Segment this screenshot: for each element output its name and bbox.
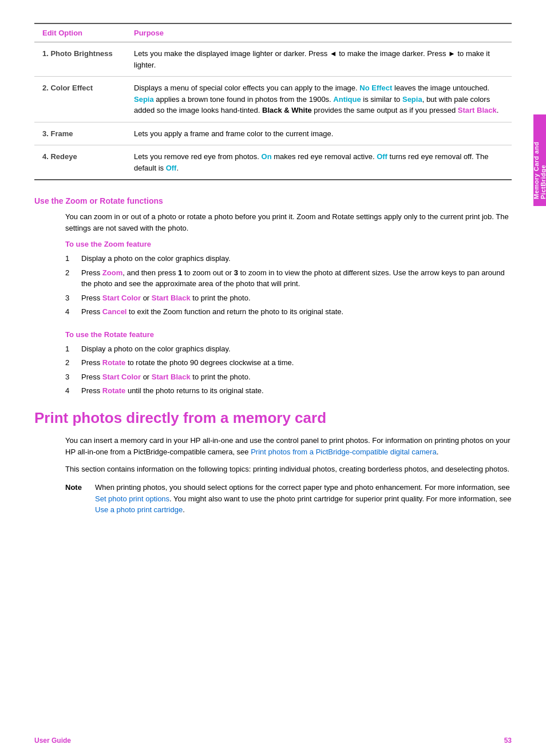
keyword-bw: Black & White <box>262 106 312 114</box>
print-photos-para2: This section contains information on the… <box>65 464 512 475</box>
col2-header: Purpose <box>126 23 512 42</box>
keyword-zoom: Zoom <box>102 268 122 277</box>
list-item: 1 Display a photo on the color graphics … <box>65 253 512 264</box>
keyword-antique: Antique <box>333 95 361 104</box>
option-purpose: Lets you make the displayed image lighte… <box>126 42 512 77</box>
keyword-rotate: Rotate <box>102 358 125 367</box>
list-item: 2 Press Rotate to rotate the photo 90 de… <box>65 357 512 369</box>
option-purpose: Lets you apply a frame and frame color t… <box>126 122 512 145</box>
option-label: 2. Color Effect <box>34 77 126 122</box>
list-item: 2 Press Zoom, and then press 1 to zoom o… <box>65 267 512 290</box>
keyword-cancel: Cancel <box>102 307 127 316</box>
keyword-start-black: Start Black <box>458 106 497 114</box>
keyword-start-color2: Start Color <box>102 373 141 381</box>
zoom-rotate-intro: You can zoom in or out of a photo or rot… <box>65 211 512 234</box>
option-label: 4. Redeye <box>34 145 126 180</box>
option-label: 1. Photo Brightness <box>34 42 126 77</box>
note-text: When printing photos, you should select … <box>95 482 512 516</box>
keyword-off2: Off <box>166 164 177 172</box>
option-label: 3. Frame <box>34 122 126 145</box>
set-photo-options-link[interactable]: Set photo print options <box>95 494 169 503</box>
table-row: 4. Redeye Lets you remove red eye from p… <box>34 145 512 180</box>
keyword-start-black3: Start Black <box>152 373 191 381</box>
keyword-on: On <box>262 152 272 161</box>
table-row: 1. Photo Brightness Lets you make the di… <box>34 42 512 77</box>
list-item: 3 Press Start Color or Start Black to pr… <box>65 371 512 383</box>
keyword-start-color: Start Color <box>102 294 141 302</box>
list-item: 4 Press Cancel to exit the Zoom function… <box>65 306 512 318</box>
list-item: 3 Press Start Color or Start Black to pr… <box>65 292 512 304</box>
col1-header: Edit Option <box>34 23 126 42</box>
footer-left: User Guide <box>34 737 71 745</box>
print-photos-section: Print photos directly from a memory card… <box>34 409 512 516</box>
rotate-steps-list: 1 Display a photo on the color graphics … <box>65 343 512 397</box>
list-item: 4 Press Rotate until the photo returns t… <box>65 385 512 397</box>
keyword-sepia: Sepia <box>134 95 154 104</box>
zoom-steps-list: 1 Display a photo on the color graphics … <box>65 253 512 318</box>
zoom-rotate-section: Use the Zoom or Rotate functions You can… <box>34 196 512 397</box>
zoom-rotate-heading: Use the Zoom or Rotate functions <box>34 196 512 205</box>
page: Memory Card and PictBridge Edit Option P… <box>0 0 546 756</box>
zoom-feature-block: To use the Zoom feature 1 Display a phot… <box>65 240 512 318</box>
edit-options-table: Edit Option Purpose 1. Photo Brightness … <box>34 23 512 180</box>
rotate-subheading: To use the Rotate feature <box>65 330 512 339</box>
footer: User Guide 53 <box>34 737 512 745</box>
zoom-subheading: To use the Zoom feature <box>65 240 512 248</box>
keyword-rotate2: Rotate <box>102 386 125 395</box>
keyword-sepia2: Sepia <box>402 95 422 104</box>
rotate-feature-block: To use the Rotate feature 1 Display a ph… <box>65 330 512 397</box>
keyword-off: Off <box>377 152 387 161</box>
list-item: 1 Display a photo on the color graphics … <box>65 343 512 355</box>
photo-cartridge-link[interactable]: Use a photo print cartridge <box>95 505 183 514</box>
keyword-3: 3 <box>234 268 238 277</box>
print-photos-heading: Print photos directly from a memory card <box>34 409 512 427</box>
note-label: Note <box>65 482 88 516</box>
option-purpose: Displays a menu of special color effects… <box>126 77 512 122</box>
keyword-1: 1 <box>178 268 182 277</box>
print-photos-para1: You can insert a memory card in your HP … <box>65 435 512 458</box>
option-purpose: Lets you remove red eye from photos. On … <box>126 145 512 180</box>
keyword-no-effect: No Effect <box>359 84 392 92</box>
side-tab: Memory Card and PictBridge <box>533 114 546 206</box>
note-block: Note When printing photos, you should se… <box>65 482 512 516</box>
table-row: 2. Color Effect Displays a menu of speci… <box>34 77 512 122</box>
table-row: 3. Frame Lets you apply a frame and fram… <box>34 122 512 145</box>
footer-right: 53 <box>504 737 512 745</box>
pictbridge-link[interactable]: Print photos from a PictBridge-compatibl… <box>251 448 436 456</box>
keyword-start-black2: Start Black <box>152 294 191 302</box>
